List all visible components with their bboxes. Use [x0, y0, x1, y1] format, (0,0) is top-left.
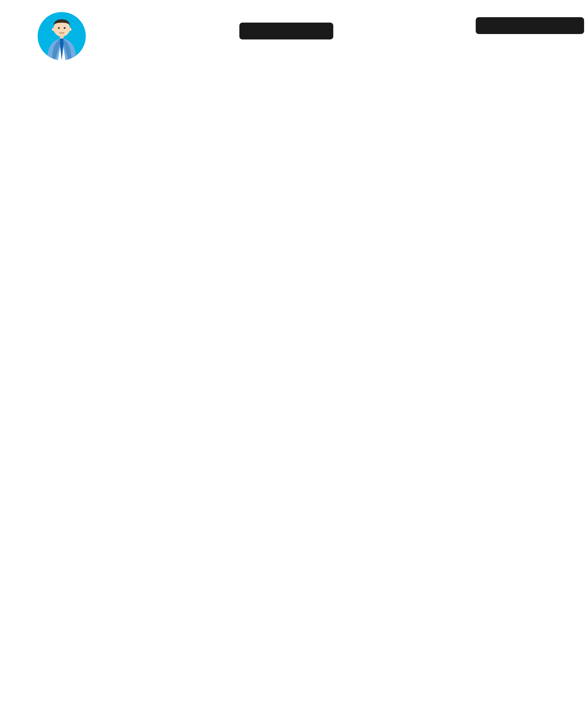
svg-point-1	[52, 28, 55, 31]
participant-instapay-api	[476, 17, 584, 34]
svg-rect-6	[60, 39, 63, 42]
svg-rect-5	[60, 36, 64, 39]
participant-integrator	[38, 12, 86, 66]
sequence-diagram	[12, 12, 576, 713]
participant-box	[476, 17, 584, 34]
svg-point-4	[64, 27, 66, 29]
person-avatar-icon	[38, 12, 86, 60]
svg-point-2	[68, 28, 72, 31]
participant-box	[239, 23, 333, 39]
participant-disbursement-api	[239, 23, 333, 39]
svg-point-3	[58, 27, 60, 29]
